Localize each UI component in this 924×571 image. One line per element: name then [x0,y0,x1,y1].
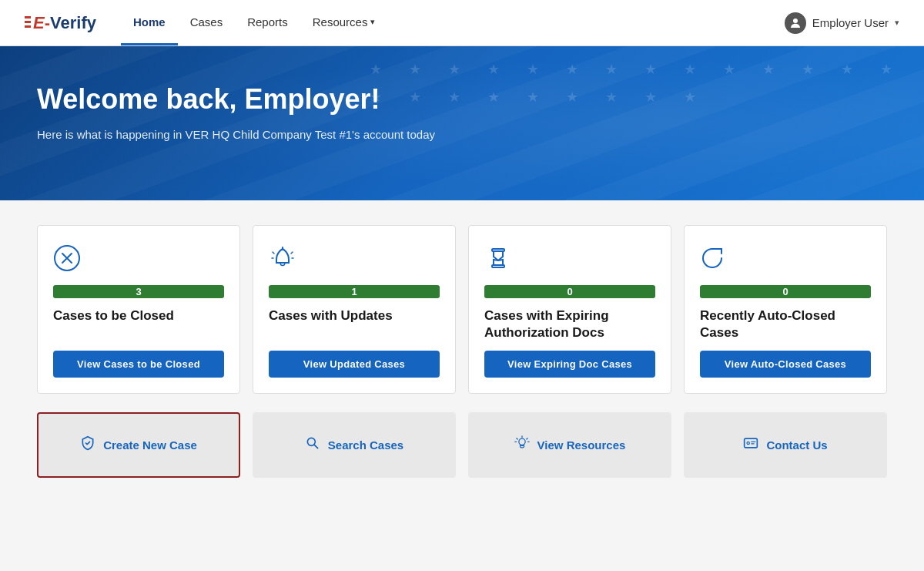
svg-line-18 [517,438,517,439]
contact-us-label: Contact Us [766,438,827,452]
cases-to-close-badge: 3 [53,285,224,298]
contact-icon [743,435,758,455]
main-content: 3 Cases to be Closed View Cases to be Cl… [0,200,924,509]
svg-rect-22 [745,438,758,448]
auto-closed-badge: 0 [700,285,871,298]
cases-to-close-title: Cases to be Closed [53,307,224,324]
auto-closed-title: Recently Auto-Closed Cases [700,307,871,341]
auto-closed-card: 0 Recently Auto-Closed Cases View Auto-C… [684,225,887,394]
cases-with-updates-badge: 1 [269,285,440,298]
cases-with-updates-card: 1 Cases with Updates View Updated Cases [253,225,456,394]
nav-reports[interactable]: Reports [235,0,300,45]
expiring-docs-card: 0 Cases with Expiring Authorization Docs… [468,225,671,394]
header: E - Verify Home Cases Reports Resources … [0,0,924,46]
action-buttons-row: Create New Case Search Cases [37,412,887,478]
search-cases-button[interactable]: Search Cases [253,412,456,478]
svg-rect-11 [492,265,504,267]
view-updated-cases-button[interactable]: View Updated Cases [269,351,440,378]
search-icon [305,435,320,455]
expiring-docs-badge: 0 [484,285,655,298]
contact-us-button[interactable]: Contact Us [684,412,887,478]
cases-with-updates-title: Cases with Updates [269,307,440,324]
flag-icon [25,16,31,30]
create-new-case-label: Create New Case [103,438,197,452]
resources-chevron-icon: ▾ [370,17,375,27]
user-name-label: Employer User [812,16,889,29]
shield-check-icon [80,435,95,455]
svg-point-23 [747,442,749,445]
view-cases-to-close-button[interactable]: View Cases to be Closed [53,351,224,378]
main-nav: Home Cases Reports Resources ▾ [121,0,785,45]
nav-home[interactable]: Home [121,0,178,45]
view-resources-label: View Resources [537,438,626,452]
user-menu[interactable]: Employer User ▾ [785,12,899,34]
svg-line-6 [273,252,274,254]
hero-subtitle: Here is what is happening in VER HQ Chil… [37,128,887,141]
create-new-case-button[interactable]: Create New Case [37,412,240,478]
refresh-icon [700,244,871,276]
search-cases-label: Search Cases [328,438,403,452]
hero-title: Welcome back, Employer! [37,83,887,116]
cases-to-close-card: 3 Cases to be Closed View Cases to be Cl… [37,225,240,394]
summary-cards: 3 Cases to be Closed View Cases to be Cl… [37,225,887,394]
logo-e: E [33,13,45,33]
lightbulb-icon [514,435,530,455]
bell-icon [269,244,440,276]
expiring-docs-title: Cases with Expiring Authorization Docs [484,307,655,341]
user-chevron-icon: ▾ [895,18,899,28]
svg-point-15 [518,438,524,445]
hourglass-icon [484,244,655,276]
logo[interactable]: E - Verify [25,13,96,33]
view-resources-button[interactable]: View Resources [468,412,671,478]
svg-line-7 [291,252,293,254]
nav-resources[interactable]: Resources ▾ [300,0,388,45]
svg-point-0 [793,18,798,23]
svg-rect-10 [492,249,504,251]
nav-cases[interactable]: Cases [178,0,236,45]
view-auto-closed-cases-button[interactable]: View Auto-Closed Cases [700,351,871,378]
svg-line-14 [314,445,318,448]
hero-banner: Welcome back, Employer! Here is what is … [0,46,924,200]
view-expiring-doc-cases-button[interactable]: View Expiring Doc Cases [484,351,655,378]
svg-line-17 [526,438,527,439]
logo-verify: Verify [50,13,96,33]
user-avatar-icon [785,12,806,34]
circle-x-icon [53,244,224,276]
